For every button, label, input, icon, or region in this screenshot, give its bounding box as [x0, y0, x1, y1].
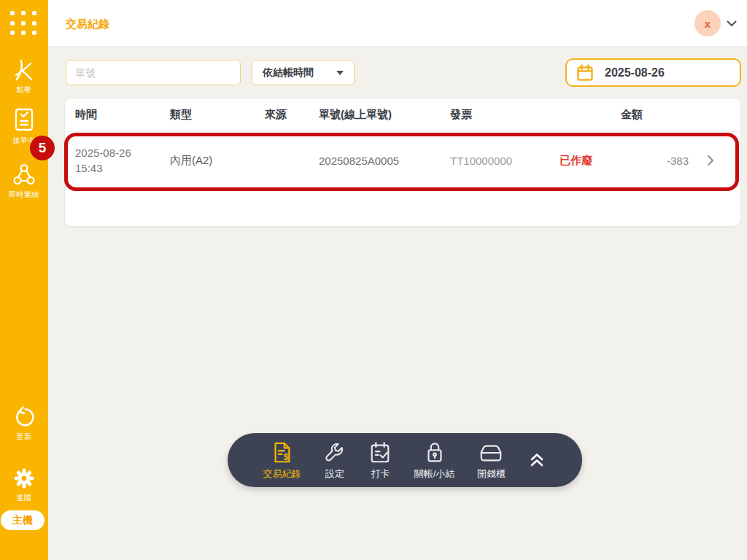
toolbar-item-close-account[interactable]: 關帳/小結: [414, 440, 455, 481]
performance-network-icon: [12, 162, 36, 187]
svg-text:$: $: [284, 452, 289, 462]
toolbar-item-clock-in[interactable]: 打卡: [368, 440, 392, 481]
app-window: 點餐 接單中 即時業績: [0, 0, 747, 560]
toolbar-item-label: 開錢櫃: [477, 467, 506, 481]
receipt-dollar-icon: $: [270, 440, 293, 465]
cell-time: 2025-08-26 15:43: [75, 145, 170, 176]
sort-by-value: 依結帳時間: [263, 66, 314, 79]
cell-type: 內用(A2): [170, 154, 265, 168]
order-number-search-input[interactable]: [66, 60, 241, 85]
sidebar-item-performance[interactable]: 即時業績: [0, 162, 48, 200]
order-list-icon: [12, 106, 36, 133]
toolbar-item-settings[interactable]: 設定: [323, 440, 347, 481]
toolbar-item-transactions[interactable]: $ 交易紀錄: [263, 440, 301, 481]
wrench-icon: [323, 440, 347, 465]
sidebar-item-advanced[interactable]: 進階: [0, 467, 48, 503]
app-grid-icon[interactable]: [10, 11, 39, 37]
avatar[interactable]: x: [694, 10, 721, 36]
sidebar-item-refresh[interactable]: 更新: [0, 405, 48, 442]
sidebar-item-label: 進階: [17, 493, 32, 503]
chevrons-up-icon: [527, 451, 546, 470]
col-amount: 金額: [621, 108, 690, 122]
cell-order-no: 20250825A0005: [319, 155, 450, 167]
page-title: 交易紀錄: [66, 18, 109, 31]
date-picker[interactable]: 2025-08-26: [565, 58, 741, 87]
calendar-icon: [576, 63, 595, 82]
caret-down-icon: [336, 71, 344, 75]
status-badge: 已作廢: [560, 154, 621, 168]
calendar-check-icon: [368, 440, 392, 465]
cash-drawer-icon: [479, 440, 503, 465]
col-type: 類型: [170, 108, 265, 122]
transactions-table: 時間 類型 來源 單號(線上單號) 發票 金額 2025-08-26 15:43…: [64, 98, 741, 227]
brand-k-logo-icon: [12, 58, 36, 82]
toolbar-expand-button[interactable]: [527, 451, 546, 470]
sidebar-item-label: 更新: [17, 432, 32, 442]
table-row[interactable]: 2025-08-26 15:43 內用(A2) 20250825A0005 TT…: [65, 132, 740, 189]
col-order-no: 單號(線上單號): [319, 108, 450, 122]
sidebar-item-label: 即時業績: [9, 190, 39, 200]
col-time: 時間: [75, 108, 170, 122]
refresh-icon: [12, 405, 36, 429]
sidebar: 點餐 接單中 即時業績: [0, 0, 48, 560]
cell-amount: -383: [621, 155, 690, 167]
gear-icon: [12, 467, 36, 490]
toolbar-item-open-drawer[interactable]: 開錢櫃: [477, 440, 506, 481]
table-header-row: 時間 類型 來源 單號(線上單號) 發票 金額: [65, 98, 740, 132]
padlock-icon: [423, 440, 446, 465]
toolbar-item-label: 設定: [325, 467, 344, 481]
bottom-toolbar: $ 交易紀錄 設定: [228, 433, 582, 487]
toolbar-item-label: 打卡: [371, 467, 390, 481]
user-menu[interactable]: x: [694, 10, 737, 36]
sidebar-item-label: 點餐: [17, 85, 32, 95]
sidebar-item-order[interactable]: 點餐: [0, 58, 48, 95]
top-bar: 交易紀錄 x: [48, 0, 747, 47]
cell-invoice: TT10000000: [450, 155, 560, 167]
col-invoice: 發票: [450, 108, 560, 122]
toolbar-item-label: 關帳/小結: [414, 467, 455, 481]
chevron-down-icon: [727, 20, 737, 27]
chevron-right-icon[interactable]: [690, 155, 730, 166]
host-badge: 主機: [1, 510, 44, 530]
col-source: 來源: [265, 108, 319, 122]
sort-by-dropdown[interactable]: 依結帳時間: [252, 60, 355, 85]
toolbar-item-label: 交易紀錄: [263, 467, 301, 481]
date-value: 2025-08-26: [605, 66, 665, 79]
annotation-step-badge: 5: [30, 136, 55, 160]
